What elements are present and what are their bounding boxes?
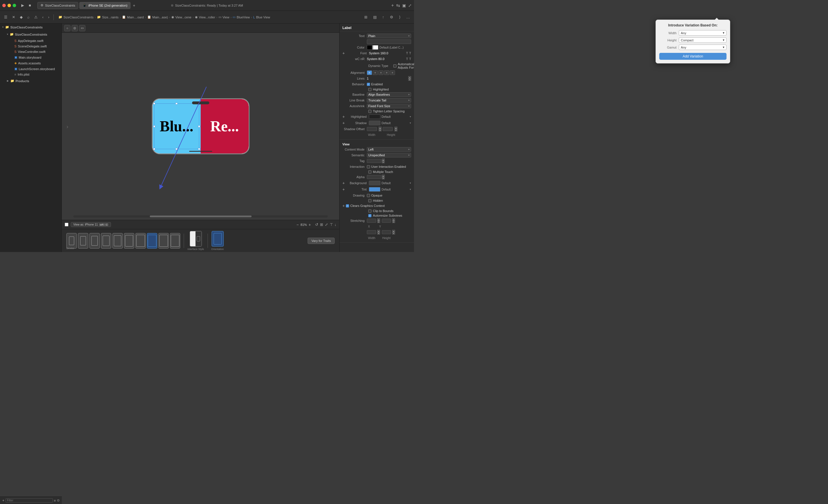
orientation-thumb[interactable] <box>212 231 224 246</box>
device-group-2[interactable] <box>78 233 88 248</box>
view-as-badge[interactable]: View as: iPhone 11 wR · C <box>71 222 111 227</box>
line-break-select[interactable]: Truncate Tail ▾ <box>367 98 411 103</box>
hidden-checkbox[interactable] <box>368 199 371 202</box>
multiple-touch-checkbox[interactable] <box>368 170 371 174</box>
stretch-y-dec[interactable]: ▼ <box>392 221 395 223</box>
sidebar-item-viewcontroller[interactable]: S ViewController.swift <box>10 49 61 54</box>
interface-style-light[interactable] <box>190 231 202 246</box>
view-as-checkbox[interactable] <box>65 223 69 226</box>
sidebar-products-header[interactable]: ▶ 📁 Products <box>5 77 61 85</box>
navigation-arrow[interactable]: › <box>67 123 69 130</box>
alpha-stepper[interactable]: ▲ ▼ <box>382 175 385 179</box>
device-thumb-5[interactable] <box>113 233 123 248</box>
breakpoints-button[interactable]: ◆ <box>18 14 25 20</box>
clip-checkbox[interactable] <box>368 210 371 213</box>
alpha-dec[interactable]: ▼ <box>382 177 385 179</box>
zoom-in-button[interactable]: + <box>308 222 311 227</box>
add-font-variation-button[interactable]: + <box>342 51 345 55</box>
device-group-9[interactable] <box>158 233 169 248</box>
shadow-y-dec[interactable]: ▼ <box>395 129 397 131</box>
more-button[interactable]: … <box>405 14 412 20</box>
tint-swatch[interactable] <box>369 187 380 192</box>
history-back-button[interactable]: ✕ <box>10 14 17 20</box>
fullscreen-button[interactable] <box>13 4 16 7</box>
alpha-field[interactable]: 1 <box>367 175 381 179</box>
stretch-y-field[interactable]: 0 <box>382 219 391 223</box>
grid-button[interactable]: ⊞ <box>363 14 369 20</box>
breadcrumb-item-3[interactable]: 📋 Main....oard <box>122 15 144 19</box>
tab-iphone[interactable]: 📱 iPhone SE (2nd generation) <box>79 2 130 9</box>
stretch-width-field[interactable]: 1 <box>367 230 376 234</box>
add-shadow-button[interactable]: + <box>342 121 345 125</box>
breadcrumb-item-6[interactable]: ◉ View...roller <box>195 15 215 19</box>
font-T2-icon[interactable]: T <box>409 51 411 55</box>
horizontal-scrollbar[interactable] <box>68 215 333 218</box>
add-window-button[interactable]: + <box>391 3 394 8</box>
device-group-4[interactable] <box>101 233 111 248</box>
tag-field[interactable]: 0 <box>367 159 381 163</box>
blue-view[interactable]: Blu... <box>153 99 201 153</box>
tag-stepper[interactable]: ▲ ▼ <box>382 158 385 163</box>
stretch-h-stepper[interactable]: ▲ ▼ <box>392 230 395 234</box>
stretch-height-field[interactable]: 1 <box>382 230 391 234</box>
align-center-button[interactable]: ≡ <box>373 71 378 75</box>
sidebar-item-launchscreen[interactable]: ▣ LaunchScreen.storyboard <box>10 66 61 72</box>
split-view-button[interactable]: ▣ <box>402 3 406 8</box>
shadow-y-field[interactable]: -1 <box>383 127 393 131</box>
handle-bc[interactable] <box>176 148 178 150</box>
device-group-5[interactable] <box>113 233 123 248</box>
breadcrumb-item-5[interactable]: ◉ View...cene <box>171 15 192 19</box>
refresh-button[interactable]: ↺ <box>315 222 318 227</box>
tighten-checkbox[interactable] <box>368 110 371 113</box>
text-content-field[interactable]: Blue View <box>367 39 411 44</box>
lines-increment[interactable]: ▲ <box>408 76 411 79</box>
sidebar-item-appdelegate[interactable]: S AppDelegate.swift <box>10 38 61 43</box>
autoshrink-select[interactable]: Fixed Font Size ▾ <box>367 104 411 108</box>
tag-inc[interactable]: ▲ <box>382 158 385 161</box>
vary-traits-button[interactable]: Vary for Traits <box>307 238 335 244</box>
device-thumb-2[interactable] <box>78 233 88 248</box>
sidebar-item-assets[interactable]: ◈ Assets.xcassets <box>10 60 61 66</box>
breadcrumb-item-7[interactable]: ▭ View <box>218 15 230 19</box>
minimize-button[interactable] <box>7 4 11 7</box>
align-natural-button[interactable]: ≡ <box>390 71 395 75</box>
settings-button[interactable]: ⚙ <box>388 14 395 20</box>
device-group-1[interactable] <box>67 233 77 248</box>
handle-tl[interactable] <box>153 103 155 104</box>
add-drawing-button[interactable]: + <box>342 204 345 208</box>
autoresize-checkbox[interactable] <box>368 214 371 217</box>
sidebar-item-infoplist[interactable]: ≡ Info.plist <box>10 72 61 77</box>
handle-mr[interactable] <box>198 125 200 127</box>
nav-back-button[interactable]: ‹ <box>41 14 45 20</box>
sidebar-item-scenedelegate[interactable]: S SceneDelegate.swift <box>10 44 61 49</box>
stop-button[interactable]: ■ <box>27 2 33 9</box>
baseline-select[interactable]: Align Baselines ▾ <box>367 92 411 97</box>
device-group-7[interactable] <box>135 233 146 248</box>
device-thumb-3[interactable] <box>89 233 100 248</box>
breadcrumb-item-1[interactable]: 📁 SizeClassConstraints <box>58 15 94 19</box>
shadow-x-dec[interactable]: ▼ <box>379 129 381 131</box>
device-group-3[interactable] <box>89 233 100 248</box>
stretch-w-dec[interactable]: ▼ <box>377 232 380 234</box>
canvas-nav-circle[interactable]: ◎ <box>72 25 78 31</box>
highlighted-checkbox[interactable] <box>368 88 371 91</box>
sidebar-group-header[interactable]: ▾ 📁 SizeClassConstraints <box>5 31 61 38</box>
inspector-toggle-button[interactable]: ▤ <box>371 14 378 20</box>
stretch-x-field[interactable]: 0 <box>367 219 376 223</box>
device-group-6[interactable] <box>124 233 134 248</box>
tab-sizeclass[interactable]: ⚙ SizeClassConstraints <box>37 2 79 9</box>
lines-stepper[interactable]: ▲ ▼ <box>408 76 411 81</box>
device-thumb-6[interactable] <box>124 233 134 248</box>
enabled-checkbox[interactable] <box>367 83 370 86</box>
stretch-x-dec[interactable]: ▼ <box>377 221 380 223</box>
stretch-y-inc[interactable]: ▲ <box>392 218 395 221</box>
align-left-button[interactable]: ≡ <box>367 71 372 75</box>
handle-br[interactable] <box>198 148 200 150</box>
wcnr-T-icon[interactable]: T <box>406 57 408 61</box>
lines-decrement[interactable]: ▼ <box>408 79 411 81</box>
arrange-windows-button[interactable]: ⇆ <box>396 3 400 8</box>
opaque-checkbox[interactable] <box>367 194 370 197</box>
add-tab-button[interactable]: + <box>133 3 135 8</box>
handle-ml[interactable] <box>153 125 155 127</box>
search-button[interactable]: ⌕ <box>26 14 31 20</box>
